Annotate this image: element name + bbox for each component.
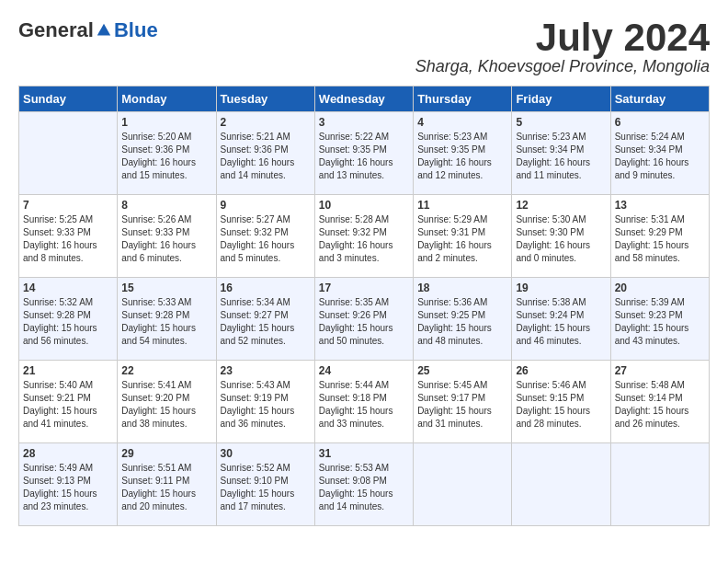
calendar-day-header: Monday <box>118 86 216 112</box>
calendar-cell: 29Sunrise: 5:51 AM Sunset: 9:11 PM Dayli… <box>118 443 216 526</box>
day-info: Sunrise: 5:52 AM Sunset: 9:10 PM Dayligh… <box>221 462 311 513</box>
calendar-cell: 13Sunrise: 5:31 AM Sunset: 9:29 PM Dayli… <box>610 195 709 278</box>
calendar-cell <box>414 443 512 526</box>
day-number: 29 <box>121 447 211 460</box>
day-number: 16 <box>221 282 311 294</box>
logo: General Blue <box>18 18 158 42</box>
day-info: Sunrise: 5:22 AM Sunset: 9:35 PM Dayligh… <box>319 131 409 182</box>
day-info: Sunrise: 5:29 AM Sunset: 9:31 PM Dayligh… <box>417 213 507 265</box>
calendar-table: SundayMondayTuesdayWednesdayThursdayFrid… <box>18 86 710 526</box>
title-area: July 2024 Sharga, Khoevsgoel Province, M… <box>415 18 710 76</box>
calendar-cell <box>512 443 610 526</box>
logo-icon <box>96 22 112 39</box>
day-number: 12 <box>516 199 606 212</box>
day-number: 6 <box>615 116 705 129</box>
day-number: 7 <box>23 199 113 212</box>
day-number: 19 <box>516 282 606 294</box>
day-number: 27 <box>615 364 705 377</box>
day-info: Sunrise: 5:33 AM Sunset: 9:28 PM Dayligh… <box>121 296 211 348</box>
calendar-week-row: 28Sunrise: 5:49 AM Sunset: 9:13 PM Dayli… <box>19 443 710 526</box>
calendar-cell: 24Sunrise: 5:44 AM Sunset: 9:18 PM Dayli… <box>314 361 413 443</box>
calendar-cell: 10Sunrise: 5:28 AM Sunset: 9:32 PM Dayli… <box>314 195 413 278</box>
svg-marker-1 <box>98 26 110 35</box>
calendar-cell: 16Sunrise: 5:34 AM Sunset: 9:27 PM Dayli… <box>216 278 314 361</box>
calendar-day-header: Wednesday <box>314 86 413 112</box>
calendar-cell: 7Sunrise: 5:25 AM Sunset: 9:33 PM Daylig… <box>19 195 118 278</box>
day-info: Sunrise: 5:44 AM Sunset: 9:18 PM Dayligh… <box>319 379 409 431</box>
day-info: Sunrise: 5:25 AM Sunset: 9:33 PM Dayligh… <box>23 213 113 265</box>
calendar-cell: 2Sunrise: 5:21 AM Sunset: 9:36 PM Daylig… <box>216 112 314 195</box>
calendar-cell: 8Sunrise: 5:26 AM Sunset: 9:33 PM Daylig… <box>118 195 216 278</box>
day-number: 5 <box>516 116 606 129</box>
day-info: Sunrise: 5:43 AM Sunset: 9:19 PM Dayligh… <box>221 379 311 431</box>
month-title: July 2024 <box>415 18 710 57</box>
day-number: 3 <box>319 116 409 129</box>
day-info: Sunrise: 5:41 AM Sunset: 9:20 PM Dayligh… <box>121 379 211 431</box>
logo-blue-text: Blue <box>114 18 158 42</box>
day-info: Sunrise: 5:26 AM Sunset: 9:33 PM Dayligh… <box>121 213 211 265</box>
calendar-cell: 21Sunrise: 5:40 AM Sunset: 9:21 PM Dayli… <box>19 361 118 443</box>
day-number: 4 <box>417 116 507 129</box>
day-info: Sunrise: 5:35 AM Sunset: 9:26 PM Dayligh… <box>319 296 409 348</box>
day-number: 28 <box>23 447 113 460</box>
day-info: Sunrise: 5:38 AM Sunset: 9:24 PM Dayligh… <box>516 296 606 348</box>
day-info: Sunrise: 5:27 AM Sunset: 9:32 PM Dayligh… <box>221 213 311 265</box>
day-number: 30 <box>221 447 311 460</box>
calendar-cell: 27Sunrise: 5:48 AM Sunset: 9:14 PM Dayli… <box>610 361 709 443</box>
calendar-cell: 26Sunrise: 5:46 AM Sunset: 9:15 PM Dayli… <box>512 361 610 443</box>
calendar-week-row: 7Sunrise: 5:25 AM Sunset: 9:33 PM Daylig… <box>19 195 710 278</box>
calendar-week-row: 14Sunrise: 5:32 AM Sunset: 9:28 PM Dayli… <box>19 278 710 361</box>
day-number: 11 <box>417 199 507 212</box>
calendar-cell: 19Sunrise: 5:38 AM Sunset: 9:24 PM Dayli… <box>512 278 610 361</box>
day-number: 25 <box>417 364 507 377</box>
day-number: 22 <box>121 364 211 377</box>
day-info: Sunrise: 5:40 AM Sunset: 9:21 PM Dayligh… <box>23 379 113 431</box>
calendar-cell <box>19 112 118 195</box>
calendar-header-row: SundayMondayTuesdayWednesdayThursdayFrid… <box>19 86 710 112</box>
day-info: Sunrise: 5:39 AM Sunset: 9:23 PM Dayligh… <box>615 296 705 348</box>
day-number: 15 <box>121 282 211 294</box>
day-info: Sunrise: 5:32 AM Sunset: 9:28 PM Dayligh… <box>23 296 113 348</box>
day-info: Sunrise: 5:20 AM Sunset: 9:36 PM Dayligh… <box>121 131 211 182</box>
day-info: Sunrise: 5:53 AM Sunset: 9:08 PM Dayligh… <box>319 462 409 513</box>
calendar-cell: 30Sunrise: 5:52 AM Sunset: 9:10 PM Dayli… <box>216 443 314 526</box>
day-info: Sunrise: 5:36 AM Sunset: 9:25 PM Dayligh… <box>417 296 507 348</box>
calendar-cell: 14Sunrise: 5:32 AM Sunset: 9:28 PM Dayli… <box>19 278 118 361</box>
day-info: Sunrise: 5:28 AM Sunset: 9:32 PM Dayligh… <box>319 213 409 265</box>
day-number: 31 <box>319 447 409 460</box>
calendar-cell: 18Sunrise: 5:36 AM Sunset: 9:25 PM Dayli… <box>414 278 512 361</box>
calendar-cell: 15Sunrise: 5:33 AM Sunset: 9:28 PM Dayli… <box>118 278 216 361</box>
calendar-cell: 31Sunrise: 5:53 AM Sunset: 9:08 PM Dayli… <box>314 443 413 526</box>
logo-general-text: General <box>18 18 94 42</box>
calendar-cell: 17Sunrise: 5:35 AM Sunset: 9:26 PM Dayli… <box>314 278 413 361</box>
day-info: Sunrise: 5:30 AM Sunset: 9:30 PM Dayligh… <box>516 213 606 265</box>
day-info: Sunrise: 5:46 AM Sunset: 9:15 PM Dayligh… <box>516 379 606 431</box>
day-info: Sunrise: 5:24 AM Sunset: 9:34 PM Dayligh… <box>615 131 705 182</box>
day-info: Sunrise: 5:34 AM Sunset: 9:27 PM Dayligh… <box>221 296 311 348</box>
day-number: 23 <box>221 364 311 377</box>
calendar-cell: 20Sunrise: 5:39 AM Sunset: 9:23 PM Dayli… <box>610 278 709 361</box>
day-number: 9 <box>221 199 311 212</box>
day-number: 24 <box>319 364 409 377</box>
calendar-cell: 12Sunrise: 5:30 AM Sunset: 9:30 PM Dayli… <box>512 195 610 278</box>
calendar-body: 1Sunrise: 5:20 AM Sunset: 9:36 PM Daylig… <box>19 112 710 526</box>
day-info: Sunrise: 5:49 AM Sunset: 9:13 PM Dayligh… <box>23 462 113 513</box>
calendar-cell: 9Sunrise: 5:27 AM Sunset: 9:32 PM Daylig… <box>216 195 314 278</box>
calendar-cell: 28Sunrise: 5:49 AM Sunset: 9:13 PM Dayli… <box>19 443 118 526</box>
day-info: Sunrise: 5:23 AM Sunset: 9:35 PM Dayligh… <box>417 131 507 182</box>
day-number: 2 <box>221 116 311 129</box>
page-header: General Blue July 2024 Sharga, Khoevsgoe… <box>18 18 710 76</box>
calendar-cell: 5Sunrise: 5:23 AM Sunset: 9:34 PM Daylig… <box>512 112 610 195</box>
day-info: Sunrise: 5:23 AM Sunset: 9:34 PM Dayligh… <box>516 131 606 182</box>
day-number: 26 <box>516 364 606 377</box>
day-info: Sunrise: 5:31 AM Sunset: 9:29 PM Dayligh… <box>615 213 705 265</box>
day-number: 1 <box>121 116 211 129</box>
calendar-day-header: Thursday <box>414 86 512 112</box>
day-info: Sunrise: 5:21 AM Sunset: 9:36 PM Dayligh… <box>221 131 311 182</box>
calendar-week-row: 21Sunrise: 5:40 AM Sunset: 9:21 PM Dayli… <box>19 361 710 443</box>
calendar-day-header: Friday <box>512 86 610 112</box>
calendar-cell: 3Sunrise: 5:22 AM Sunset: 9:35 PM Daylig… <box>314 112 413 195</box>
calendar-day-header: Saturday <box>610 86 709 112</box>
calendar-cell: 4Sunrise: 5:23 AM Sunset: 9:35 PM Daylig… <box>414 112 512 195</box>
calendar-day-header: Tuesday <box>216 86 314 112</box>
